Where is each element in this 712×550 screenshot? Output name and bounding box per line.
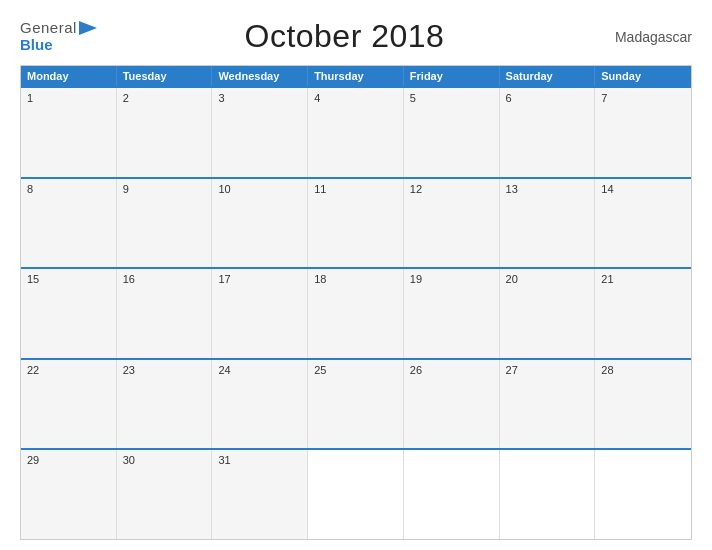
day-number: 21 [601,273,613,285]
day-header-saturday: Saturday [500,66,596,86]
day-header-friday: Friday [404,66,500,86]
logo-flag-icon [79,21,97,35]
day-cell: 11 [308,179,404,268]
day-number: 26 [410,364,422,376]
country-name: Madagascar [592,29,692,45]
day-cell: 7 [595,88,691,177]
day-cell: 3 [212,88,308,177]
day-cell: 6 [500,88,596,177]
day-number: 2 [123,92,129,104]
calendar-header: General Blue October 2018 Madagascar [20,18,692,55]
day-number: 18 [314,273,326,285]
day-number: 7 [601,92,607,104]
day-cell: 1 [21,88,117,177]
day-cell: 22 [21,360,117,449]
day-cell: 27 [500,360,596,449]
day-header-sunday: Sunday [595,66,691,86]
logo-blue-text: Blue [20,37,53,54]
week-row-2: 891011121314 [21,177,691,268]
day-number: 17 [218,273,230,285]
calendar-grid: MondayTuesdayWednesdayThursdayFridaySatu… [20,65,692,540]
day-number: 25 [314,364,326,376]
day-cell: 16 [117,269,213,358]
day-number: 15 [27,273,39,285]
day-number: 10 [218,183,230,195]
day-cell: 31 [212,450,308,539]
day-number: 9 [123,183,129,195]
day-number: 8 [27,183,33,195]
day-number: 30 [123,454,135,466]
day-cell: 18 [308,269,404,358]
day-number: 3 [218,92,224,104]
day-number: 4 [314,92,320,104]
month-title: October 2018 [97,18,592,55]
day-number: 31 [218,454,230,466]
day-cell: 20 [500,269,596,358]
day-header-tuesday: Tuesday [117,66,213,86]
day-number: 19 [410,273,422,285]
week-row-4: 22232425262728 [21,358,691,449]
logo-general-text: General [20,20,77,37]
day-cell: 10 [212,179,308,268]
week-row-5: 293031 [21,448,691,539]
day-number: 22 [27,364,39,376]
day-cell: 21 [595,269,691,358]
day-number: 24 [218,364,230,376]
day-cell [500,450,596,539]
day-cell: 29 [21,450,117,539]
calendar-page: General Blue October 2018 Madagascar Mon… [0,0,712,550]
weeks-container: 1234567891011121314151617181920212223242… [21,86,691,539]
day-number: 12 [410,183,422,195]
day-number: 14 [601,183,613,195]
day-header-wednesday: Wednesday [212,66,308,86]
day-cell: 9 [117,179,213,268]
day-number: 29 [27,454,39,466]
day-cell: 19 [404,269,500,358]
day-cell: 25 [308,360,404,449]
day-cell: 8 [21,179,117,268]
day-cell [404,450,500,539]
day-number: 20 [506,273,518,285]
week-row-3: 15161718192021 [21,267,691,358]
day-cell: 5 [404,88,500,177]
day-cell: 4 [308,88,404,177]
day-cell: 30 [117,450,213,539]
day-number: 16 [123,273,135,285]
days-header-row: MondayTuesdayWednesdayThursdayFridaySatu… [21,66,691,86]
day-number: 6 [506,92,512,104]
day-number: 23 [123,364,135,376]
day-cell: 13 [500,179,596,268]
day-number: 11 [314,183,326,195]
day-header-thursday: Thursday [308,66,404,86]
week-row-1: 1234567 [21,86,691,177]
day-cell [308,450,404,539]
day-cell [595,450,691,539]
day-cell: 15 [21,269,117,358]
day-cell: 17 [212,269,308,358]
day-number: 1 [27,92,33,104]
day-number: 28 [601,364,613,376]
day-cell: 26 [404,360,500,449]
day-cell: 28 [595,360,691,449]
day-number: 5 [410,92,416,104]
day-cell: 14 [595,179,691,268]
day-number: 13 [506,183,518,195]
day-cell: 12 [404,179,500,268]
day-cell: 23 [117,360,213,449]
day-header-monday: Monday [21,66,117,86]
logo: General Blue [20,20,97,53]
day-cell: 2 [117,88,213,177]
day-cell: 24 [212,360,308,449]
day-number: 27 [506,364,518,376]
svg-marker-0 [79,21,97,35]
